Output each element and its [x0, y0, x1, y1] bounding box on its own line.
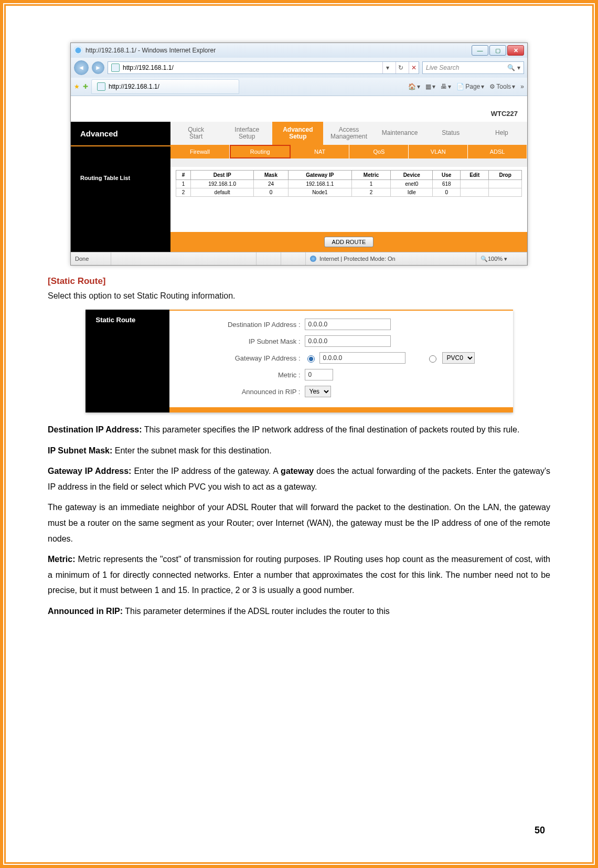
window-title: http://192.168.1.1/ - Windows Internet E… [86, 47, 472, 54]
subnet-mask-label: IP Subnet Mask : [180, 337, 305, 345]
def-gw-body-3: The gateway is an immediate neighbor of … [48, 500, 550, 546]
address-bar[interactable]: http://192.168.1.1/ ▾ ↻ ✕ [108, 61, 419, 74]
dest-ip-label: Destination IP Address : [180, 321, 305, 329]
page-content: http://192.168.1.1/ - Windows Internet E… [4, 4, 594, 864]
search-dropdown-icon[interactable]: ▾ [517, 64, 520, 71]
feeds-icon[interactable]: ▦ ▾ [425, 83, 435, 90]
routing-table: # Dest IP Mask Gateway IP Metric Device … [176, 170, 522, 197]
back-button[interactable]: ◄ [74, 60, 89, 75]
home-icon[interactable]: 🏠 ▾ [408, 83, 420, 90]
col-edit: Edit [461, 171, 489, 180]
search-box[interactable]: Live Search 🔍 ▾ [422, 61, 524, 74]
add-favorite-icon[interactable]: ✚ [83, 83, 88, 90]
status-bar: Done Internet | Protected Mode: On 🔍 100… [71, 252, 527, 265]
def-dest-body: This parameter specifies the IP network … [142, 425, 520, 434]
subtab-firewall[interactable]: Firewall [170, 145, 230, 158]
gateway-ip-label: Gateway IP Address : [180, 354, 305, 362]
browser-window: http://192.168.1.1/ - Windows Internet E… [70, 43, 528, 266]
address-dropdown-icon[interactable]: ▾ [382, 62, 392, 73]
dest-ip-input[interactable] [305, 319, 391, 330]
sidebar-subtitle: Routing Table List [71, 170, 170, 186]
col-num: # [176, 171, 191, 180]
table-row: 1 192.168.1.0 24 192.168.1.1 1 enet0 618 [176, 180, 522, 188]
favorites-star-icon[interactable]: ★ [74, 83, 80, 90]
tab-status[interactable]: Status [425, 122, 476, 145]
panel-title: Static Route [86, 310, 169, 330]
gateway-ip-input[interactable] [319, 352, 405, 364]
globe-icon [310, 256, 316, 262]
section-intro: Select this option to set Static Routing… [48, 290, 550, 302]
browser-tab[interactable]: http://192.168.1.1/ [91, 79, 239, 94]
tab-bar: ★ ✚ http://192.168.1.1/ 🏠 ▾ ▦ ▾ 🖶 ▾ 📄 Pa… [71, 78, 527, 96]
table-header-row: # Dest IP Mask Gateway IP Metric Device … [176, 171, 522, 180]
col-dest: Dest IP [191, 171, 254, 180]
minimize-button[interactable]: — [472, 45, 488, 56]
sidebar-title: Advanced [71, 122, 170, 146]
add-route-button[interactable]: ADD ROUTE [324, 237, 374, 247]
page-menu[interactable]: 📄 Page ▾ [456, 83, 484, 90]
left-sidebar: Advanced Routing Table List [71, 122, 170, 232]
footer-bar: ADD ROUTE [71, 232, 527, 252]
maximize-button[interactable]: ▢ [489, 45, 506, 56]
subtab-qos[interactable]: QoS [349, 145, 409, 158]
col-drop: Drop [489, 171, 522, 180]
page-number: 50 [535, 825, 545, 836]
tab-help[interactable]: Help [476, 122, 527, 145]
gateway-pvc-radio[interactable] [429, 355, 436, 363]
page-frame-outer: http://192.168.1.1/ - Windows Internet E… [0, 0, 598, 868]
refresh-icon[interactable]: ↻ [396, 62, 405, 73]
col-metric: Metric [351, 171, 391, 180]
def-metric-body: Metric represents the "cost" of transmis… [48, 555, 550, 595]
metric-label: Metric : [180, 371, 305, 379]
subtab-nat[interactable]: NAT [291, 145, 350, 158]
gateway-ip-radio[interactable] [307, 355, 315, 363]
search-placeholder: Live Search [426, 64, 459, 71]
tab-page-icon [97, 82, 105, 91]
pvc-select[interactable]: PVC0 [442, 352, 475, 364]
tab-interface-setup[interactable]: InterfaceSetup [221, 122, 272, 145]
status-done: Done [71, 252, 111, 265]
rip-select[interactable]: Yes [305, 386, 331, 397]
nav-bar: ◄ ► http://192.168.1.1/ ▾ ↻ ✕ Live Searc… [71, 58, 527, 78]
subnet-mask-input[interactable] [305, 335, 391, 347]
tab-access-management[interactable]: AccessManagement [323, 122, 374, 145]
search-icon[interactable]: 🔍 [507, 64, 515, 71]
main-tabs: QuickStart InterfaceSetup AdvancedSetup … [170, 122, 527, 145]
model-label: WTC227 [71, 109, 527, 122]
metric-input[interactable] [305, 369, 333, 380]
forward-button[interactable]: ► [92, 61, 104, 74]
status-mode: Internet | Protected Mode: On [319, 256, 396, 262]
router-page: WTC227 Advanced Routing Table List Quick… [71, 96, 527, 252]
tab-title: http://192.168.1.1/ [109, 83, 159, 90]
tab-quick-start[interactable]: QuickStart [170, 122, 221, 145]
tab-advanced-setup[interactable]: AdvancedSetup [272, 122, 323, 145]
def-gw-head: Gateway IP Address: [48, 467, 131, 475]
def-mask-body: Enter the subnet mask for this destinati… [112, 446, 271, 455]
col-use: Use [433, 171, 461, 180]
subtab-routing[interactable]: Routing [230, 145, 291, 158]
tools-menu[interactable]: ⚙ Tools ▾ [489, 83, 515, 90]
table-row: 2 default 0 Node1 2 Idle 0 [176, 188, 522, 197]
tab-maintenance[interactable]: Maintenance [375, 122, 425, 145]
print-icon[interactable]: 🖶 ▾ [441, 83, 451, 90]
stop-icon[interactable]: ✕ [409, 62, 419, 73]
def-metric-head: Metric: [48, 555, 75, 564]
subtab-vlan[interactable]: VLAN [409, 145, 468, 158]
def-mask-head: IP Subnet Mask: [48, 446, 112, 455]
page-icon [111, 63, 120, 72]
titlebar: http://192.168.1.1/ - Windows Internet E… [71, 43, 527, 58]
rip-label: Announced in RIP : [180, 388, 305, 396]
close-button[interactable]: ✕ [507, 45, 524, 56]
address-text: http://192.168.1.1/ [123, 64, 174, 71]
section-heading-static-route: [Static Route] [48, 276, 550, 287]
col-gateway: Gateway IP [288, 171, 351, 180]
subtab-adsl[interactable]: ADSL [468, 145, 527, 158]
expand-icon[interactable]: » [520, 83, 524, 90]
def-rip-body: This parameter determines if the ADSL ro… [123, 607, 390, 616]
col-device: Device [391, 171, 433, 180]
sub-tabs: Firewall Routing NAT QoS VLAN ADSL [170, 145, 527, 158]
zoom-control[interactable]: 🔍 100% ▾ [476, 252, 527, 265]
static-route-panel: Static Route Destination IP Address : IP… [86, 310, 513, 412]
ie-icon [74, 46, 82, 55]
definitions-block: Destination IP Address: This parameter s… [48, 422, 550, 619]
